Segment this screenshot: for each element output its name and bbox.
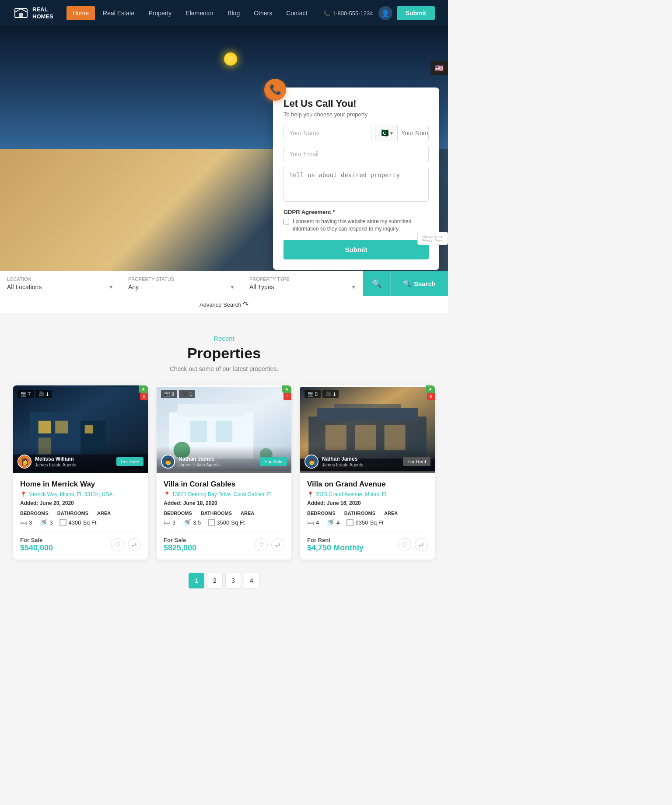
agent-details-1: Melissa William James Estate Agents xyxy=(35,456,76,467)
location-filter[interactable]: Location All Locations ▼ xyxy=(0,271,121,296)
sale-badge-1: For Sale xyxy=(116,457,144,466)
agent-company-2: James Estate Agents xyxy=(178,462,220,467)
svg-rect-5 xyxy=(38,421,51,434)
agent-name-3: Nathan James xyxy=(322,456,363,462)
card-3-agent-bar: 👨 Nathan James James Estate Agents For R… xyxy=(300,446,435,473)
gdpr-text: I consent to having this website store m… xyxy=(293,218,429,233)
price-section-2: For Sale $825,000 xyxy=(164,537,196,553)
card-footer-2: For Sale $825,000 ♡ ⇄ xyxy=(164,532,284,553)
status-filter[interactable]: Property Status Any ▼ xyxy=(121,271,242,296)
search-text-button[interactable]: 🔍 Search xyxy=(391,271,448,296)
card-specs-2: 🛏 3 🚿 3.5 3500 Sq Ft xyxy=(164,518,284,527)
page-btn-1[interactable]: 1 xyxy=(189,573,204,588)
email-input[interactable] xyxy=(284,146,429,162)
status-select-row: Any ▼ xyxy=(128,284,235,290)
for-rent-label-3: For Rent xyxy=(307,537,364,543)
logo[interactable]: REAL HOMES xyxy=(13,5,53,21)
widget-subtitle: To help you choose your property xyxy=(284,111,429,118)
nav-actions: 👤 Submit xyxy=(378,6,435,20)
agent-info-2: 👨 Nathan James James Estate Agents xyxy=(161,455,220,469)
video-count-1: 1 xyxy=(46,392,49,397)
card-footer-3: For Rent $4,750 Monthly ♡ ⇄ xyxy=(307,532,428,553)
call-phone-icon: 📞 xyxy=(264,79,286,101)
favorite-btn-3[interactable]: ♡ xyxy=(398,538,411,551)
video-count-2: 1 xyxy=(189,392,192,397)
navbar: REAL HOMES Home Real Estate Property Ele… xyxy=(0,0,448,26)
compare-btn-3[interactable]: ⇄ xyxy=(415,538,428,551)
card-image-2: 📷 8 🎥 1 ★ 4 👨 xyxy=(157,385,291,473)
compare-btn-2[interactable]: ⇄ xyxy=(271,538,284,551)
recent-label: Recent xyxy=(13,335,435,342)
agent-avatar-2: 👨 xyxy=(161,455,175,469)
status-value: Any xyxy=(128,284,139,290)
type-value: All Types xyxy=(249,284,274,290)
agent-info-1: 👩 Melissa William James Estate Agents xyxy=(18,455,76,469)
favorite-btn-2[interactable]: ♡ xyxy=(255,538,268,551)
language-selector[interactable]: 🇺🇸 xyxy=(430,61,448,75)
location-label: Location xyxy=(7,276,114,282)
price-1: $540,000 xyxy=(20,543,53,553)
agent-name-2: Nathan James xyxy=(178,456,220,462)
svg-rect-6 xyxy=(55,421,68,434)
type-label: Property Type xyxy=(249,276,356,282)
nav-elementor[interactable]: Elementor xyxy=(179,6,220,20)
bed-icon-1: 🛏 xyxy=(20,519,27,527)
advance-search-link[interactable]: Advance Search ↷ xyxy=(200,301,248,308)
nav-property[interactable]: Property xyxy=(142,6,178,20)
featured-badge-1: ★ xyxy=(139,385,148,393)
price-3: $4,750 Monthly xyxy=(307,543,364,553)
page-btn-3[interactable]: 3 xyxy=(225,573,241,588)
nav-real-estate[interactable]: Real Estate xyxy=(97,6,140,20)
bedrooms-spec-2: 🛏 3 xyxy=(164,519,175,527)
card-specs-header-2: Bedrooms Bathrooms Area xyxy=(164,511,284,516)
area-spec-2: 3500 Sq Ft xyxy=(208,519,245,526)
property-card-3[interactable]: 📷 5 🎥 1 ★ 6 👨 xyxy=(300,385,435,560)
count-badge-1: 6 xyxy=(140,393,148,400)
message-textarea[interactable] xyxy=(284,167,429,202)
svg-rect-13 xyxy=(178,404,245,416)
photo-count-1: 7 xyxy=(28,392,31,397)
favorite-btn-1[interactable]: ♡ xyxy=(111,538,124,551)
properties-section: Recent Properties Check out some of our … xyxy=(0,313,448,615)
flag-emoji: 🇵🇰 xyxy=(379,128,388,138)
compare-btn-1[interactable]: ⇄ xyxy=(128,538,141,551)
properties-grid: 📷 7 🎥 1 ★ 6 👩 xyxy=(13,385,435,560)
property-card-2[interactable]: 📷 8 🎥 1 ★ 4 👨 xyxy=(157,385,291,560)
area-spec-3: 9350 Sq Ft xyxy=(346,519,383,526)
svg-rect-9 xyxy=(85,425,93,433)
svg-rect-2 xyxy=(19,13,23,18)
gdpr-checkbox[interactable] xyxy=(284,219,289,224)
card-footer-1: For Sale $540,000 ♡ ⇄ xyxy=(20,532,141,553)
card-actions-2: ♡ ⇄ xyxy=(255,538,284,551)
widget-submit-button[interactable]: Submit xyxy=(284,240,429,259)
phone-flag-selector[interactable]: 🇵🇰 ▼ xyxy=(375,125,398,141)
page-btn-2[interactable]: 2 xyxy=(207,573,223,588)
card-2-photo-badge: 📷 8 xyxy=(161,390,177,398)
card-body-3: Villa on Grand Avenue 📍 3015 Grand Avenu… xyxy=(300,473,435,560)
featured-badge-3: ★ xyxy=(426,385,435,393)
nav-blog[interactable]: Blog xyxy=(221,6,246,20)
pagination: 1 2 3 4 xyxy=(13,560,435,602)
card-actions-1: ♡ ⇄ xyxy=(111,538,141,551)
card-1-photo-badge: 📷 7 xyxy=(18,390,34,398)
card-address-1: 📍 Merrick Way, Miami, FL 33134, USA xyxy=(20,491,141,497)
phone-number-input[interactable] xyxy=(398,125,429,141)
your-name-input[interactable] xyxy=(284,125,371,141)
property-card-1[interactable]: 📷 7 🎥 1 ★ 6 👩 xyxy=(13,385,148,560)
nav-contact[interactable]: Contact xyxy=(280,6,313,20)
bed-icon-3: 🛏 xyxy=(307,519,314,527)
name-number-row: 🇵🇰 ▼ xyxy=(284,125,429,141)
agent-company-1: James Estate Agents xyxy=(35,462,76,467)
featured-badge-2: ★ xyxy=(282,385,291,393)
card-title-3: Villa on Grand Avenue xyxy=(307,480,428,489)
nav-home[interactable]: Home xyxy=(66,6,95,20)
user-icon[interactable]: 👤 xyxy=(378,6,392,20)
location-pin-icon-1: 📍 xyxy=(20,491,27,497)
type-filter[interactable]: Property Type All Types ▼ xyxy=(242,271,363,296)
card-3-video-badge: 🎥 1 xyxy=(322,390,339,398)
hero-section: 🇺🇸 📞 Let Us Call You! To help you choose… xyxy=(0,26,448,271)
submit-button[interactable]: Submit xyxy=(397,6,435,20)
nav-others[interactable]: Others xyxy=(248,6,278,20)
page-btn-4[interactable]: 4 xyxy=(244,573,259,588)
search-icon-button[interactable]: 🔍 xyxy=(363,271,391,296)
